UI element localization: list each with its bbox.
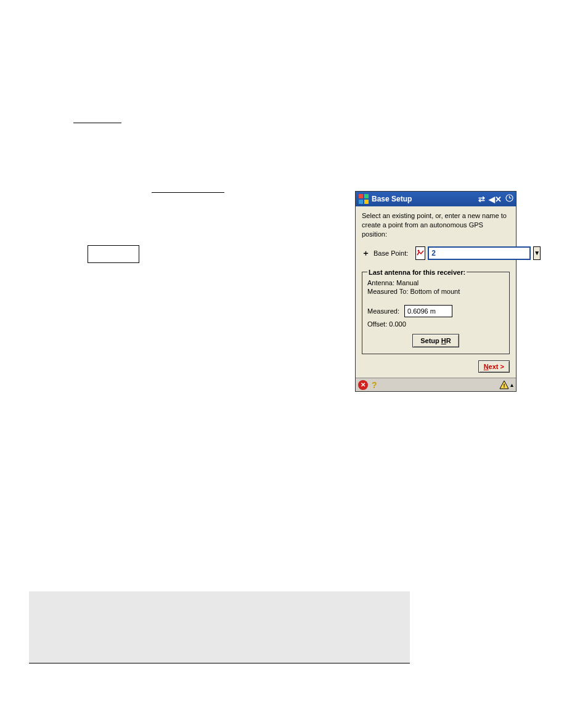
- antenna-line: Antenna: Manual: [367, 278, 504, 288]
- measured-to-label: Measured To:: [367, 288, 408, 295]
- client-area: Select an existing point, or, enter a ne…: [356, 206, 516, 378]
- svg-rect-1: [364, 194, 369, 198]
- plus-icon[interactable]: ＋: [362, 248, 370, 259]
- decorative-gray-box: [29, 591, 410, 663]
- bottom-bar: ✕ ? ! ▴: [356, 378, 516, 391]
- svg-rect-0: [359, 194, 363, 198]
- connectivity-icon[interactable]: ⇄: [478, 195, 485, 204]
- svg-text:!: !: [504, 383, 505, 389]
- offset-value: 0.000: [389, 320, 406, 328]
- offset-label: Offset:: [367, 320, 387, 328]
- svg-rect-3: [364, 200, 369, 204]
- speaker-icon[interactable]: ◀✕: [489, 195, 502, 204]
- window-title: Base Setup: [372, 195, 478, 203]
- help-icon[interactable]: ?: [372, 380, 377, 390]
- up-triangle-icon[interactable]: ▴: [510, 381, 513, 388]
- antenna-value: Manual: [396, 279, 419, 286]
- offset-line: Offset: 0.000: [367, 320, 504, 329]
- svg-rect-2: [359, 200, 363, 204]
- decorative-line-2: [152, 192, 224, 193]
- clock-icon[interactable]: [505, 194, 513, 204]
- instruction-text: Select an existing point, or, enter a ne…: [362, 211, 510, 239]
- next-button[interactable]: Next >: [478, 360, 510, 373]
- titlebar: Base Setup ⇄ ◀✕: [356, 192, 516, 206]
- decorative-line-1: [73, 123, 121, 123]
- antenna-label: Antenna:: [367, 279, 394, 286]
- measured-to-value: Bottom of mount: [410, 288, 460, 295]
- base-point-input[interactable]: [428, 246, 531, 260]
- antenna-fieldset: Last antenna for this receiver: Antenna:…: [362, 269, 510, 355]
- measured-input[interactable]: [404, 305, 452, 317]
- titlebar-status-icons: ⇄ ◀✕: [478, 194, 513, 204]
- setup-hr-button[interactable]: Setup HR: [412, 334, 459, 347]
- base-setup-window: Base Setup ⇄ ◀✕ Select an existing point…: [355, 191, 517, 392]
- measured-label: Measured:: [367, 307, 399, 315]
- base-point-dropdown-icon[interactable]: ▼: [533, 246, 541, 260]
- base-point-label: Base Point:: [374, 249, 408, 257]
- svg-point-8: [418, 249, 420, 251]
- base-point-row: ＋ Base Point: ▼: [362, 246, 510, 260]
- measured-row: Measured:: [367, 305, 504, 317]
- antenna-legend: Last antenna for this receiver:: [367, 269, 467, 276]
- map-picker-icon[interactable]: [415, 246, 425, 260]
- warning-icon[interactable]: !: [499, 380, 509, 390]
- decorative-box: [88, 245, 139, 263]
- windows-logo-icon: [358, 193, 369, 205]
- close-icon[interactable]: ✕: [358, 380, 368, 390]
- measured-to-line: Measured To: Bottom of mount: [367, 287, 504, 296]
